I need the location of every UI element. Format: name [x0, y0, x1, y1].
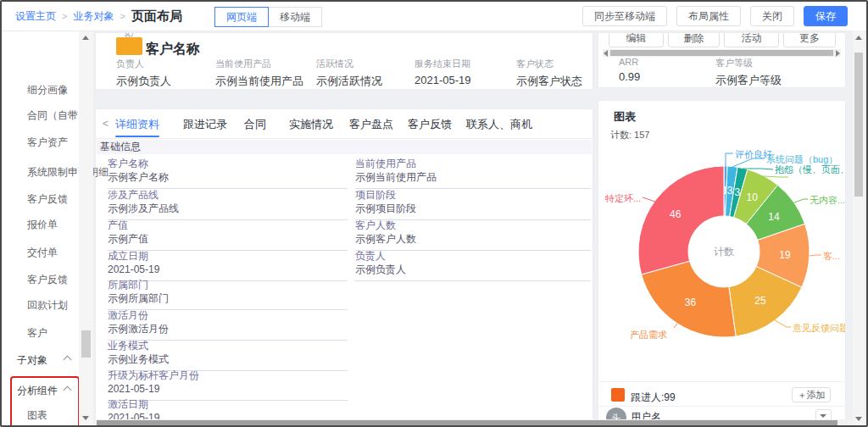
sidebar-scrollbar-thumb[interactable]	[81, 330, 91, 358]
record-field: 负责人 示例负责人	[116, 58, 171, 89]
edit-button[interactable]: 编辑	[609, 32, 664, 47]
record-actions-card: 编辑 删除 活动 更多 ARR 0.99 客户等级 示例客户等级	[598, 32, 846, 88]
save-button[interactable]: 保存	[804, 6, 848, 26]
record-field: 客户状态 示例客户状态	[516, 58, 582, 89]
scroll-up-icon[interactable]	[855, 36, 862, 40]
form-field: 升级为标杆客户月份 2021-05-19	[108, 370, 348, 401]
sidebar-scrollbar[interactable]	[79, 30, 93, 425]
field-label: 激活月份	[108, 310, 348, 321]
sidebar-item-customer-feedback[interactable]: 客户反馈	[27, 192, 68, 207]
tab-customer-review[interactable]: 客户盘点	[349, 117, 393, 132]
followers-label: 跟进人:99	[631, 391, 676, 405]
tab-contract[interactable]: 合同	[244, 117, 266, 132]
close-button[interactable]: 关闭	[750, 6, 794, 26]
field-value[interactable]: 示例客户人数	[355, 234, 591, 251]
chevron-down-icon	[820, 414, 826, 418]
field-label: 负责人	[355, 251, 591, 262]
sidebar-item-customer-assets[interactable]: 客户资产	[27, 136, 68, 150]
sidebar-item-chart[interactable]: 图表	[27, 408, 47, 423]
sidebar-section-sub-objects[interactable]: 子对象	[17, 353, 47, 368]
detail-card: < 详细资料 跟进记录 合同 实施情况 客户盘点 客户反馈 联系人、商机 > 基…	[95, 108, 593, 427]
divider	[598, 381, 845, 382]
field-value[interactable]: 示例客户名称	[108, 172, 348, 189]
tab-mobile[interactable]: 移动端	[268, 7, 322, 27]
field-value[interactable]: 示例产值	[108, 234, 348, 251]
actions-horizontal-scrollbar[interactable]	[603, 49, 841, 57]
breadcrumb-separator-icon: >	[120, 11, 125, 21]
layout-properties-button[interactable]: 布局属性	[676, 6, 741, 26]
scroll-right-icon[interactable]	[836, 50, 840, 57]
form-field: 业务模式 示例业务模式	[108, 341, 348, 371]
sidebar-item-delivery-order[interactable]: 交付单	[27, 246, 58, 260]
sidebar-item-payment-plan[interactable]: 回款计划	[27, 298, 68, 313]
form-field: 激活月份 示例激活月份	[108, 310, 348, 341]
tabs-prev-icon[interactable]: <	[103, 118, 108, 130]
breadcrumb-home[interactable]: 设置主页	[15, 9, 56, 24]
tabs-next-icon[interactable]: >	[521, 118, 527, 130]
field-label: 业务模式	[108, 341, 348, 352]
sidebar-item-quotation[interactable]: 报价单	[27, 218, 58, 232]
form-field: 项目阶段 示例项目阶段	[355, 190, 591, 220]
sync-to-mobile-button[interactable]: 同步至移动端	[582, 6, 667, 26]
field-value[interactable]: 示例涉及产品线	[108, 203, 348, 220]
sidebar: 细分画像 合同（自带） 客户资产 系统限制申请明细 客户反馈 报价单 交付单 客…	[2, 30, 79, 425]
field-value[interactable]: 示例业务模式	[108, 354, 348, 371]
field-value: 示例客户状态	[516, 74, 582, 89]
form-field: 涉及产品线 示例涉及产品线	[108, 190, 348, 220]
field-label: 升级为标杆客户月份	[108, 370, 348, 381]
sidebar-item-customer-feedback-2[interactable]: 客户反馈	[27, 273, 68, 287]
field-value[interactable]: 示例激活月份	[108, 324, 348, 341]
scrollbar-thumb[interactable]	[854, 53, 863, 197]
form-field: 客户名称 示例客户名称	[108, 158, 348, 189]
field-label: ARR	[619, 57, 640, 67]
record-field: 当前使用产品 示例当前使用产品	[215, 58, 303, 89]
field-label: 所属部门	[108, 280, 348, 291]
tab-customer-feedback[interactable]: 客户反馈	[408, 117, 452, 132]
chart-slice-value: 3	[727, 185, 733, 197]
window-vertical-scrollbar[interactable]	[853, 30, 865, 425]
form-field: 客户人数 示例客户人数	[355, 220, 591, 251]
collapse-chevron-icon[interactable]	[64, 356, 72, 364]
activity-button[interactable]: 活动	[724, 32, 779, 47]
scroll-down-icon[interactable]	[82, 416, 89, 420]
field-label: 活跃情况	[316, 58, 382, 70]
field-label: 项目阶段	[355, 190, 591, 201]
sidebar-section-analysis-components[interactable]: 分析组件	[17, 384, 58, 398]
scroll-up-icon[interactable]	[82, 36, 89, 40]
scrollbar-thumb[interactable]	[97, 420, 837, 425]
form-field: 成立日期 2021-05-19	[108, 251, 348, 281]
tab-implementation[interactable]: 实施情况	[289, 117, 333, 132]
field-label: 服务结束日期	[415, 58, 471, 70]
sidebar-item-customer[interactable]: 客户	[27, 326, 47, 341]
scroll-down-icon[interactable]	[855, 417, 862, 421]
breadcrumb-business-object[interactable]: 业务对象	[73, 9, 114, 24]
field-label: 产值	[108, 220, 348, 231]
tab-detail-info[interactable]: 详细资料	[115, 117, 159, 132]
field-value[interactable]: 示例所属部门	[108, 293, 348, 310]
field-label: 当前使用产品	[355, 158, 591, 169]
sidebar-item-segment-profile[interactable]: 细分画像	[27, 83, 68, 97]
field-value[interactable]: 示例当前使用产品	[355, 172, 591, 189]
field-value: 2021-05-19	[415, 74, 471, 86]
record-title: 客户名称	[146, 41, 200, 58]
follower-icon	[611, 388, 625, 402]
more-button[interactable]: 更多	[783, 32, 836, 47]
field-value: 示例客户等级	[715, 73, 782, 88]
chart-slice-value: 46	[670, 208, 682, 220]
collapse-chevron-icon[interactable]	[64, 386, 72, 395]
field-value[interactable]: 示例负责人	[355, 264, 591, 281]
form-field: 当前使用产品 示例当前使用产品	[355, 158, 591, 189]
chart-slice[interactable]	[638, 166, 724, 274]
sidebar-item-system-limit-detail[interactable]: 系统限制申请明细	[27, 165, 108, 180]
scroll-left-icon[interactable]	[604, 50, 608, 57]
field-value[interactable]: 示例项目阶段	[355, 203, 591, 220]
tab-follow-records[interactable]: 跟进记录	[183, 117, 227, 132]
field-label: 当前使用产品	[215, 58, 303, 70]
field-value: 0.99	[619, 70, 640, 83]
chart-label-leader	[775, 320, 791, 327]
add-follower-button[interactable]: ＋添加	[792, 387, 831, 402]
delete-button[interactable]: 删除	[668, 32, 720, 47]
tab-web[interactable]: 网页端	[214, 7, 269, 27]
content-horizontal-scrollbar[interactable]	[95, 419, 851, 426]
scrollbar-thumb[interactable]	[610, 50, 833, 56]
